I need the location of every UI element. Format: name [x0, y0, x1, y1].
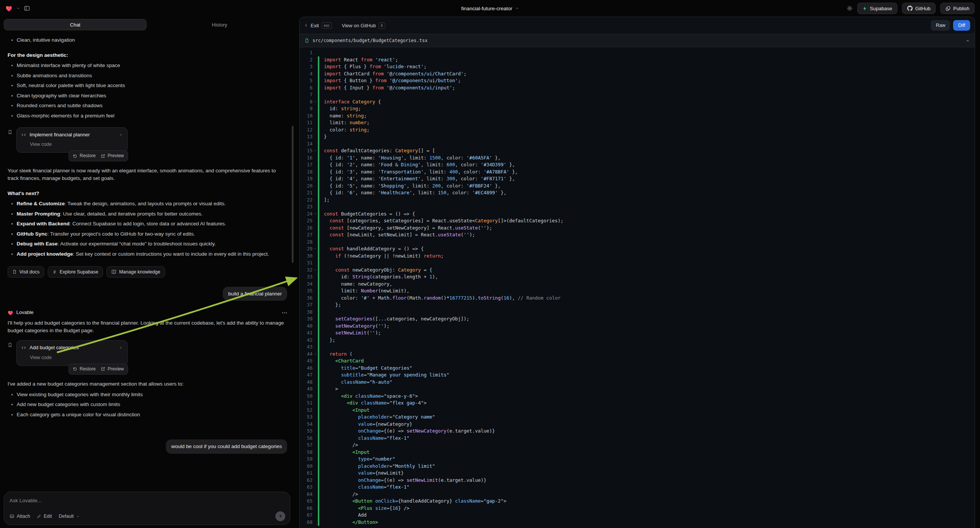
raw-button[interactable]: Raw: [931, 20, 950, 31]
line-number: 49: [300, 386, 312, 393]
chat-scrollbar[interactable]: [292, 126, 294, 263]
list-item-text: Rounded corners and subtle shadows: [17, 102, 103, 110]
code-line: 20 { id: '5', name: 'Shopping', limit: 2…: [300, 183, 975, 190]
bullet-dot: [11, 40, 13, 41]
exit-button[interactable]: Exit esc: [304, 22, 332, 29]
chevron-right-icon: [119, 133, 123, 137]
chat-input[interactable]: [10, 498, 285, 503]
file-bar[interactable]: src/components/budget/BudgetCategories.t…: [300, 34, 975, 47]
list-item: Rounded corners and subtle shadows: [11, 102, 287, 110]
preview-button[interactable]: Preview: [101, 153, 124, 159]
code-text: color: '#' + Math.floor(Math.random()*16…: [318, 295, 561, 302]
code-text: id: String(categories.length + 1),: [318, 274, 438, 281]
fold-chevron-icon: [312, 505, 318, 512]
fold-chevron-icon: [312, 224, 318, 232]
line-number: 23: [300, 204, 312, 211]
bookmark-icon[interactable]: [8, 342, 13, 366]
sidebar-toggle-icon[interactable]: [24, 5, 30, 11]
code-line: 53 placeholder="Category name": [300, 413, 975, 421]
view-on-github-link[interactable]: View on GitHub 6: [342, 22, 385, 29]
list-item-text: Refine & Customize: Tweak the design, an…: [17, 200, 226, 208]
visit-docs-button[interactable]: Visit docs: [8, 266, 45, 278]
preview-button[interactable]: Preview: [101, 366, 124, 372]
view-code-link[interactable]: View code: [30, 141, 123, 148]
list-item: Master Prompting: Use clear, detailed, a…: [11, 210, 287, 218]
settings-gear-icon[interactable]: [846, 5, 853, 11]
list-item-text: Each category gets a unique color for vi…: [17, 411, 140, 418]
list-item-text: Minimalist interface with plenty of whit…: [17, 62, 120, 69]
code-line: 55 onChange={(e) => setNewCategory(e.tar…: [300, 428, 975, 435]
view-code-link[interactable]: View code: [30, 354, 123, 361]
model-select[interactable]: Default: [59, 514, 80, 519]
bullet-dot: [11, 394, 13, 396]
fold-chevron-icon: [312, 84, 318, 92]
fold-chevron-icon: [312, 161, 318, 169]
list-item-text: Add project knowledge: Set key context o…: [17, 250, 269, 258]
code-line: 44▾ return (: [300, 351, 975, 358]
tab-history[interactable]: History: [148, 19, 291, 30]
message-options-button[interactable]: [282, 312, 287, 313]
code-line: 22];: [300, 197, 975, 204]
line-number: 32: [300, 267, 312, 274]
fold-chevron-icon: [312, 442, 318, 449]
code-editor[interactable]: 12import React from 'react';3import { Pl…: [300, 47, 975, 528]
code-line: 52 <Input: [300, 407, 975, 414]
code-text: import ChartCard from '@/components/ui/C…: [318, 70, 466, 78]
lovable-logo-icon[interactable]: [5, 5, 13, 12]
tool-card-add-budget-categories[interactable]: Add budget categories View code Restore …: [16, 340, 128, 366]
line-number: 12: [300, 127, 312, 134]
code-text: color: string;: [318, 127, 369, 134]
edit-mode-button[interactable]: Edit: [37, 514, 52, 519]
code-text: <Plus size={16} />: [318, 505, 409, 512]
tab-chat[interactable]: Chat: [4, 19, 146, 30]
line-number: 20: [300, 183, 312, 190]
manage-knowledge-label: Manage knowledge: [119, 269, 160, 275]
github-icon: [907, 6, 913, 11]
code-text: id: string;: [318, 105, 361, 113]
restore-button[interactable]: Restore: [73, 366, 95, 372]
diff-button[interactable]: Diff: [953, 20, 970, 31]
fold-chevron-icon: [312, 519, 318, 526]
line-number: 56: [300, 435, 312, 442]
send-button[interactable]: [275, 511, 285, 521]
github-button[interactable]: GitHub: [902, 3, 935, 14]
attach-label: Attach: [17, 514, 30, 519]
code-text: subtitle="Manage your spending limits": [318, 372, 449, 379]
explore-supabase-button[interactable]: Explore Supabase: [48, 266, 103, 278]
edit-label: Edit: [44, 514, 52, 519]
tool-call-row: Add budget categories View code Restore …: [8, 340, 287, 366]
project-menu[interactable]: financial-future-creator: [461, 6, 519, 11]
bullet-dot: [11, 115, 13, 117]
code-line: 5import { Button } from '@/components/ui…: [300, 77, 975, 84]
tool-card-implement-financial-planner[interactable]: Implement financial planner View code Re…: [16, 127, 128, 153]
workspace-chevron-icon[interactable]: [16, 6, 20, 10]
explore-supabase-label: Explore Supabase: [59, 269, 98, 275]
assistant-paragraph: I've added a new budget categories manag…: [8, 380, 287, 388]
list-item: Soft, neutral color palette with light b…: [11, 82, 287, 89]
fold-chevron-icon: [312, 56, 318, 64]
supabase-button[interactable]: Supabase: [857, 3, 897, 14]
tool-card-title: Add budget categories: [30, 344, 79, 351]
code-line: 50 <div className="space-y-6">: [300, 393, 975, 400]
code-text: className="h-auto": [318, 379, 393, 386]
fold-chevron-icon: ▾: [312, 147, 318, 154]
list-item: Expand with Backend: Connect Supabase to…: [11, 220, 287, 227]
list-item-text: Expand with Backend: Connect Supabase to…: [17, 220, 226, 227]
manage-knowledge-button[interactable]: Manage knowledge: [107, 266, 165, 278]
publish-button[interactable]: Publish: [940, 3, 975, 14]
fold-chevron-icon: [312, 470, 318, 477]
list-item: Minimalist interface with plenty of whit…: [11, 62, 287, 69]
code-line: 67 Add: [300, 512, 975, 519]
tool-card-header[interactable]: Implement financial planner: [21, 132, 123, 138]
fold-chevron-icon: [312, 372, 318, 379]
bookmark-icon[interactable]: [8, 130, 13, 153]
fold-chevron-icon: [312, 484, 318, 491]
tool-card-header[interactable]: Add budget categories: [21, 344, 123, 351]
assistant-name: Lovable: [16, 309, 34, 316]
publish-icon: [945, 6, 950, 11]
collapse-chevron-icon[interactable]: [966, 39, 970, 43]
code-line: 15▾const defaultCategories: Category[] =…: [300, 147, 975, 154]
restore-button[interactable]: Restore: [73, 153, 95, 159]
attach-button[interactable]: Attach: [10, 514, 30, 519]
fold-chevron-icon: [312, 175, 318, 183]
